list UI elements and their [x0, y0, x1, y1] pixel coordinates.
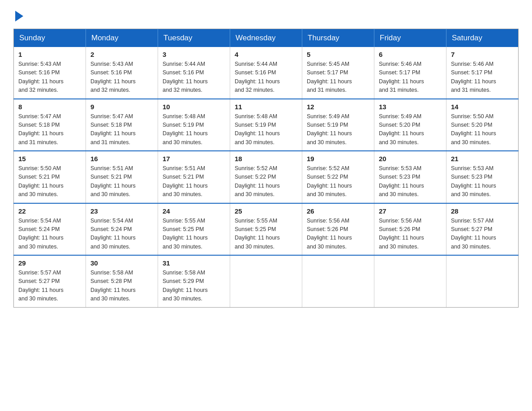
day-info: Sunrise: 5:49 AM Sunset: 5:20 PM Dayligh…	[379, 112, 442, 147]
calendar-cell: 11 Sunrise: 5:48 AM Sunset: 5:19 PM Dayl…	[230, 99, 302, 151]
day-number: 5	[307, 51, 369, 58]
day-info: Sunrise: 5:52 AM Sunset: 5:22 PM Dayligh…	[235, 164, 297, 199]
day-info: Sunrise: 5:53 AM Sunset: 5:23 PM Dayligh…	[379, 164, 442, 199]
day-number: 4	[235, 51, 297, 58]
col-header-sunday: Sunday	[14, 29, 86, 47]
calendar-cell: 5 Sunrise: 5:45 AM Sunset: 5:17 PM Dayli…	[302, 47, 374, 99]
day-info: Sunrise: 5:50 AM Sunset: 5:21 PM Dayligh…	[18, 164, 81, 199]
col-header-wednesday: Wednesday	[230, 29, 302, 47]
day-number: 12	[307, 103, 369, 111]
day-info: Sunrise: 5:57 AM Sunset: 5:27 PM Dayligh…	[451, 217, 514, 252]
day-info: Sunrise: 5:54 AM Sunset: 5:24 PM Dayligh…	[18, 217, 81, 252]
day-number: 22	[18, 207, 81, 215]
calendar-cell: 4 Sunrise: 5:44 AM Sunset: 5:16 PM Dayli…	[230, 47, 302, 99]
day-info: Sunrise: 5:50 AM Sunset: 5:20 PM Dayligh…	[451, 112, 514, 147]
calendar-header-row: SundayMondayTuesdayWednesdayThursdayFrid…	[14, 29, 519, 47]
day-number: 16	[90, 155, 153, 163]
day-info: Sunrise: 5:47 AM Sunset: 5:18 PM Dayligh…	[90, 112, 153, 147]
day-number: 17	[163, 155, 225, 163]
calendar-cell	[302, 255, 374, 307]
day-number: 3	[163, 51, 225, 58]
day-number: 26	[307, 207, 369, 215]
calendar-cell: 9 Sunrise: 5:47 AM Sunset: 5:18 PM Dayli…	[86, 99, 158, 151]
day-number: 14	[451, 103, 514, 111]
col-header-friday: Friday	[374, 29, 446, 47]
calendar-table: SundayMondayTuesdayWednesdayThursdayFrid…	[13, 29, 519, 308]
day-info: Sunrise: 5:58 AM Sunset: 5:29 PM Dayligh…	[163, 269, 225, 304]
calendar-cell: 19 Sunrise: 5:52 AM Sunset: 5:22 PM Dayl…	[302, 151, 374, 203]
day-number: 6	[379, 51, 442, 58]
col-header-saturday: Saturday	[446, 29, 519, 47]
day-number: 25	[235, 207, 297, 215]
day-number: 24	[163, 207, 225, 215]
calendar-cell: 8 Sunrise: 5:47 AM Sunset: 5:18 PM Dayli…	[14, 99, 86, 151]
logo	[13, 9, 23, 20]
calendar-cell: 28 Sunrise: 5:57 AM Sunset: 5:27 PM Dayl…	[446, 203, 519, 256]
day-info: Sunrise: 5:55 AM Sunset: 5:25 PM Dayligh…	[235, 217, 297, 252]
day-info: Sunrise: 5:48 AM Sunset: 5:19 PM Dayligh…	[235, 112, 297, 147]
calendar-cell: 16 Sunrise: 5:51 AM Sunset: 5:21 PM Dayl…	[86, 151, 158, 203]
calendar-cell: 27 Sunrise: 5:56 AM Sunset: 5:26 PM Dayl…	[374, 203, 446, 256]
day-number: 1	[18, 51, 81, 58]
calendar-cell: 30 Sunrise: 5:58 AM Sunset: 5:28 PM Dayl…	[86, 255, 158, 307]
col-header-tuesday: Tuesday	[158, 29, 230, 47]
calendar-cell: 3 Sunrise: 5:44 AM Sunset: 5:16 PM Dayli…	[158, 47, 230, 99]
day-number: 29	[18, 259, 81, 267]
day-info: Sunrise: 5:49 AM Sunset: 5:19 PM Dayligh…	[307, 112, 369, 147]
calendar-week-row: 22 Sunrise: 5:54 AM Sunset: 5:24 PM Dayl…	[14, 203, 519, 256]
day-number: 18	[235, 155, 297, 163]
calendar-cell: 21 Sunrise: 5:53 AM Sunset: 5:23 PM Dayl…	[446, 151, 519, 203]
day-number: 23	[90, 207, 153, 215]
page-header	[13, 9, 519, 20]
day-number: 7	[451, 51, 514, 58]
day-info: Sunrise: 5:57 AM Sunset: 5:27 PM Dayligh…	[18, 269, 81, 304]
calendar-week-row: 8 Sunrise: 5:47 AM Sunset: 5:18 PM Dayli…	[14, 99, 519, 151]
col-header-monday: Monday	[86, 29, 158, 47]
calendar-cell: 7 Sunrise: 5:46 AM Sunset: 5:17 PM Dayli…	[446, 47, 519, 99]
day-info: Sunrise: 5:46 AM Sunset: 5:17 PM Dayligh…	[379, 60, 442, 95]
day-info: Sunrise: 5:43 AM Sunset: 5:16 PM Dayligh…	[18, 60, 81, 95]
calendar-cell: 23 Sunrise: 5:54 AM Sunset: 5:24 PM Dayl…	[86, 203, 158, 256]
day-info: Sunrise: 5:45 AM Sunset: 5:17 PM Dayligh…	[307, 60, 369, 95]
day-number: 19	[307, 155, 369, 163]
calendar-cell: 24 Sunrise: 5:55 AM Sunset: 5:25 PM Dayl…	[158, 203, 230, 256]
day-info: Sunrise: 5:44 AM Sunset: 5:16 PM Dayligh…	[163, 60, 225, 95]
day-info: Sunrise: 5:53 AM Sunset: 5:23 PM Dayligh…	[451, 164, 514, 199]
day-number: 11	[235, 103, 297, 111]
calendar-cell: 25 Sunrise: 5:55 AM Sunset: 5:25 PM Dayl…	[230, 203, 302, 256]
col-header-thursday: Thursday	[302, 29, 374, 47]
logo-arrow-icon	[15, 11, 23, 21]
calendar-cell: 17 Sunrise: 5:51 AM Sunset: 5:21 PM Dayl…	[158, 151, 230, 203]
calendar-cell: 2 Sunrise: 5:43 AM Sunset: 5:16 PM Dayli…	[86, 47, 158, 99]
day-number: 9	[90, 103, 153, 111]
day-info: Sunrise: 5:47 AM Sunset: 5:18 PM Dayligh…	[18, 112, 81, 147]
day-number: 28	[451, 207, 514, 215]
calendar-cell: 14 Sunrise: 5:50 AM Sunset: 5:20 PM Dayl…	[446, 99, 519, 151]
day-info: Sunrise: 5:54 AM Sunset: 5:24 PM Dayligh…	[90, 217, 153, 252]
calendar-cell	[230, 255, 302, 307]
day-info: Sunrise: 5:56 AM Sunset: 5:26 PM Dayligh…	[379, 217, 442, 252]
calendar-week-row: 29 Sunrise: 5:57 AM Sunset: 5:27 PM Dayl…	[14, 255, 519, 307]
day-info: Sunrise: 5:44 AM Sunset: 5:16 PM Dayligh…	[235, 60, 297, 95]
calendar-cell: 18 Sunrise: 5:52 AM Sunset: 5:22 PM Dayl…	[230, 151, 302, 203]
day-info: Sunrise: 5:43 AM Sunset: 5:16 PM Dayligh…	[90, 60, 153, 95]
calendar-cell: 29 Sunrise: 5:57 AM Sunset: 5:27 PM Dayl…	[14, 255, 86, 307]
day-info: Sunrise: 5:51 AM Sunset: 5:21 PM Dayligh…	[163, 164, 225, 199]
calendar-cell: 6 Sunrise: 5:46 AM Sunset: 5:17 PM Dayli…	[374, 47, 446, 99]
day-info: Sunrise: 5:51 AM Sunset: 5:21 PM Dayligh…	[90, 164, 153, 199]
calendar-cell: 15 Sunrise: 5:50 AM Sunset: 5:21 PM Dayl…	[14, 151, 86, 203]
calendar-cell: 31 Sunrise: 5:58 AM Sunset: 5:29 PM Dayl…	[158, 255, 230, 307]
day-number: 21	[451, 155, 514, 163]
day-number: 20	[379, 155, 442, 163]
day-number: 8	[18, 103, 81, 111]
calendar-cell	[446, 255, 519, 307]
calendar-cell: 13 Sunrise: 5:49 AM Sunset: 5:20 PM Dayl…	[374, 99, 446, 151]
day-number: 27	[379, 207, 442, 215]
calendar-cell: 20 Sunrise: 5:53 AM Sunset: 5:23 PM Dayl…	[374, 151, 446, 203]
day-number: 2	[90, 51, 153, 58]
day-number: 10	[163, 103, 225, 111]
day-info: Sunrise: 5:58 AM Sunset: 5:28 PM Dayligh…	[90, 269, 153, 304]
day-number: 30	[90, 259, 153, 267]
day-number: 13	[379, 103, 442, 111]
calendar-cell: 22 Sunrise: 5:54 AM Sunset: 5:24 PM Dayl…	[14, 203, 86, 256]
